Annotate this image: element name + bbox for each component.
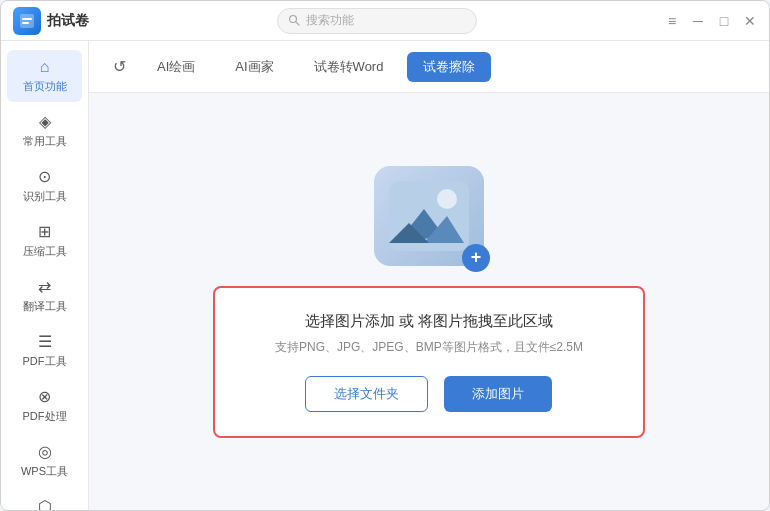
svg-point-6 [437, 189, 457, 209]
svg-line-4 [296, 21, 299, 24]
select-folder-button[interactable]: 选择文件夹 [305, 376, 428, 412]
app-logo: 拍试卷 [13, 7, 89, 35]
search-placeholder: 搜索功能 [306, 12, 354, 29]
sidebar-item-wps[interactable]: ◎ WPS工具 [7, 434, 82, 487]
title-bar: 拍试卷 搜索功能 ≡ ─ □ ✕ [1, 1, 769, 41]
common-tools-icon: ◈ [39, 112, 51, 131]
sidebar-item-common-tools[interactable]: ◈ 常用工具 [7, 104, 82, 157]
sidebar-label-compress: 压缩工具 [23, 244, 67, 259]
minimize-button[interactable]: ─ [691, 14, 705, 28]
sidebar-label-home: 首页功能 [23, 79, 67, 94]
sidebar-label-common: 常用工具 [23, 134, 67, 149]
sidebar-label-translate: 翻译工具 [23, 299, 67, 314]
sidebar: ⌂ 首页功能 ◈ 常用工具 ⊙ 识别工具 ⊞ 压缩工具 ⇄ 翻译工具 ☰ PDF… [1, 41, 89, 510]
sidebar-item-pdf-process[interactable]: ⊗ PDF处理 [7, 379, 82, 432]
sidebar-label-pdf: PDF工具 [23, 354, 67, 369]
sidebar-item-compress[interactable]: ⊞ 压缩工具 [7, 214, 82, 267]
drop-zone: 选择图片添加 或 将图片拖拽至此区域 支持PNG、JPG、JPEG、BMP等图片… [213, 286, 645, 438]
sidebar-item-home[interactable]: ⌂ 首页功能 [7, 50, 82, 102]
logo-icon [13, 7, 41, 35]
svg-rect-1 [22, 18, 32, 20]
svg-rect-0 [20, 14, 34, 28]
cad-icon: ⬡ [38, 497, 52, 510]
pdf-process-icon: ⊗ [38, 387, 51, 406]
content-area: ↺ AI绘画 AI画家 试卷转Word 试卷擦除 + 选择图片添加 或 将图片拖… [89, 41, 769, 510]
search-area: 搜索功能 [89, 8, 665, 34]
upload-container: + 选择图片添加 或 将图片拖拽至此区域 支持PNG、JPG、JPEG、BMP等… [89, 93, 769, 510]
home-icon: ⌂ [40, 58, 50, 76]
translate-icon: ⇄ [38, 277, 51, 296]
wps-icon: ◎ [38, 442, 52, 461]
pdf-tools-icon: ☰ [38, 332, 52, 351]
sidebar-label-pdf-process: PDF处理 [23, 409, 67, 424]
mountain-svg [389, 181, 469, 251]
add-image-button[interactable]: 添加图片 [444, 376, 552, 412]
recognition-icon: ⊙ [38, 167, 51, 186]
main-layout: ⌂ 首页功能 ◈ 常用工具 ⊙ 识别工具 ⊞ 压缩工具 ⇄ 翻译工具 ☰ PDF… [1, 41, 769, 510]
drop-zone-subtitle: 支持PNG、JPG、JPEG、BMP等图片格式，且文件≤2.5M [275, 339, 583, 356]
sidebar-item-cad[interactable]: ⬡ CAD工具 [7, 489, 82, 510]
search-icon [288, 12, 300, 30]
sidebar-label-recognition: 识别工具 [23, 189, 67, 204]
sidebar-item-recognition[interactable]: ⊙ 识别工具 [7, 159, 82, 212]
add-badge: + [462, 244, 490, 272]
sidebar-item-translate[interactable]: ⇄ 翻译工具 [7, 269, 82, 322]
sidebar-label-wps: WPS工具 [21, 464, 68, 479]
window-controls: ≡ ─ □ ✕ [665, 14, 757, 28]
tab-exam-to-word[interactable]: 试卷转Word [298, 52, 400, 82]
image-preview-icon: + [374, 166, 484, 266]
maximize-button[interactable]: □ [717, 14, 731, 28]
compress-icon: ⊞ [38, 222, 51, 241]
drop-zone-title: 选择图片添加 或 将图片拖拽至此区域 [305, 312, 553, 331]
tab-ai-paint[interactable]: AI绘画 [141, 52, 211, 82]
tab-bar: ↺ AI绘画 AI画家 试卷转Word 试卷擦除 [89, 41, 769, 93]
drop-zone-buttons: 选择文件夹 添加图片 [305, 376, 552, 412]
search-box[interactable]: 搜索功能 [277, 8, 477, 34]
close-button[interactable]: ✕ [743, 14, 757, 28]
back-button[interactable]: ↺ [105, 53, 133, 81]
menu-button[interactable]: ≡ [665, 14, 679, 28]
app-name: 拍试卷 [47, 12, 89, 30]
tab-ai-painter[interactable]: AI画家 [219, 52, 289, 82]
svg-rect-2 [22, 22, 29, 24]
sidebar-item-pdf-tools[interactable]: ☰ PDF工具 [7, 324, 82, 377]
tab-exam-erase[interactable]: 试卷擦除 [407, 52, 491, 82]
